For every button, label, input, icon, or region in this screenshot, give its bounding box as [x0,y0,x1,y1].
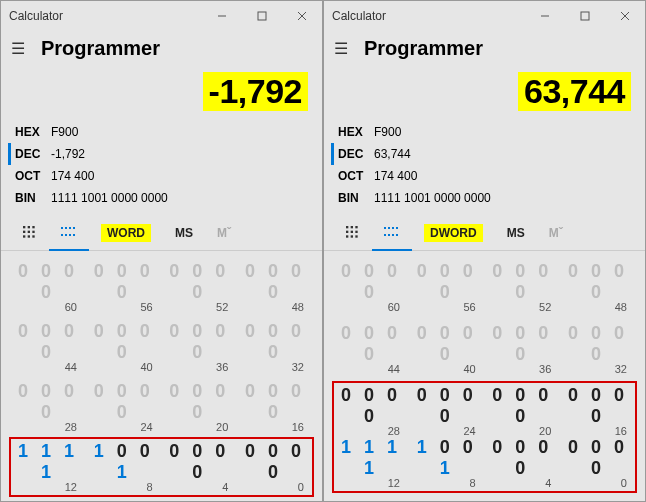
word-size-label: WORD [101,224,151,242]
minimize-button[interactable] [525,1,565,31]
bit-nibble[interactable]: 0 0 0 036 [487,323,557,375]
svg-rect-39 [388,234,390,236]
svg-rect-8 [28,230,30,232]
bit-nibble[interactable]: 0 0 0 032 [240,321,310,373]
memory-recall-button[interactable]: Mˇ [205,215,243,251]
bit-nibble[interactable]: 0 0 0 00 [240,441,310,493]
bit-nibble[interactable]: 0 0 0 056 [412,261,482,313]
bit-nibble[interactable]: 0 0 0 052 [164,261,234,313]
base-panel: HEX F900 DEC 63,744 OCT 174 400 BIN 1111… [324,117,645,215]
svg-rect-9 [32,230,34,232]
oct-value: 174 400 [51,169,94,183]
bit-grid: 0 0 0 0600 0 0 0560 0 0 0520 0 0 0480 0 … [1,251,322,502]
titlebar: Calculator [324,1,645,31]
bin-label: BIN [338,191,374,205]
bit-nibble[interactable]: 0 0 0 016 [240,381,310,433]
keypad-toggle-button[interactable] [334,215,372,251]
bit-nibble[interactable]: 0 0 0 032 [563,323,633,375]
svg-rect-19 [69,234,71,236]
svg-rect-29 [351,230,353,232]
oct-label: OCT [338,169,374,183]
bit-nibble[interactable]: 0 0 0 028 [336,385,406,437]
bit-nibble[interactable]: 1 0 0 18 [89,441,159,493]
maximize-button[interactable] [565,1,605,31]
svg-rect-36 [392,227,394,229]
svg-rect-37 [396,227,398,229]
bit-nibble[interactable]: 0 0 0 040 [89,321,159,373]
bit-nibble[interactable]: 0 0 0 060 [336,261,406,313]
base-row-oct[interactable]: OCT 174 400 [338,165,631,187]
result-value: 63,744 [518,72,631,111]
bit-nibble[interactable]: 0 0 0 024 [89,381,159,433]
bit-nibble[interactable]: 0 0 0 04 [487,437,557,489]
bit-nibble[interactable]: 0 0 0 020 [164,381,234,433]
bit-nibble[interactable]: 1 1 1 112 [13,441,83,493]
display: -1,792 [1,64,322,117]
base-panel: HEX F900 DEC -1,792 OCT 174 400 BIN 1111… [1,117,322,215]
base-row-dec[interactable]: DEC 63,744 [331,143,631,165]
oct-value: 174 400 [374,169,417,183]
mode-label: Programmer [364,37,483,60]
bit-nibble[interactable]: 0 0 0 044 [336,323,406,375]
result-value: -1,792 [203,72,308,111]
calculator-right: Calculator ☰ Programmer 63,744 HEX F900 … [323,0,646,502]
bit-nibble[interactable]: 0 0 0 060 [13,261,83,313]
memory-recall-button[interactable]: Mˇ [537,215,575,251]
svg-rect-34 [384,227,386,229]
bit-nibble[interactable]: 0 0 0 04 [164,441,234,493]
bit-nibble[interactable]: 0 0 0 028 [13,381,83,433]
bit-nibble[interactable]: 0 0 0 040 [412,323,482,375]
svg-rect-27 [355,226,357,228]
bit-nibble[interactable]: 1 1 1 112 [336,437,406,489]
svg-rect-11 [28,235,30,237]
base-row-bin[interactable]: BIN 1111 1001 0000 0000 [15,187,308,209]
toolbar: WORD MS Mˇ [1,215,322,251]
bit-nibble[interactable]: 0 0 0 036 [164,321,234,373]
svg-rect-25 [346,226,348,228]
bit-nibble[interactable]: 0 0 0 048 [240,261,310,313]
menu-icon[interactable]: ☰ [11,39,41,58]
keypad-toggle-button[interactable] [11,215,49,251]
svg-rect-41 [396,234,398,236]
hex-label: HEX [338,125,374,139]
svg-rect-28 [346,230,348,232]
header: ☰ Programmer [324,31,645,64]
bin-value: 1111 1001 0000 0000 [51,191,168,205]
menu-icon[interactable]: ☰ [334,39,364,58]
bit-nibble[interactable]: 0 0 0 00 [563,437,633,489]
svg-rect-4 [23,226,25,228]
svg-rect-35 [388,227,390,229]
bit-nibble[interactable]: 0 0 0 016 [563,385,633,437]
bit-nibble[interactable]: 0 0 0 044 [13,321,83,373]
toolbar: DWORD MS Mˇ [324,215,645,251]
maximize-button[interactable] [242,1,282,31]
base-row-oct[interactable]: OCT 174 400 [15,165,308,187]
bit-nibble[interactable]: 0 0 0 056 [89,261,159,313]
svg-rect-26 [351,226,353,228]
bit-toggle-button[interactable] [372,215,412,251]
bit-highlight: 0 0 0 0280 0 0 0240 0 0 0200 0 0 0161 1 … [332,381,637,493]
svg-rect-30 [355,230,357,232]
word-size-button[interactable]: DWORD [412,215,495,251]
word-size-button[interactable]: WORD [89,215,163,251]
bit-toggle-button[interactable] [49,215,89,251]
base-row-hex[interactable]: HEX F900 [15,121,308,143]
base-row-bin[interactable]: BIN 1111 1001 0000 0000 [338,187,631,209]
svg-rect-6 [32,226,34,228]
base-row-hex[interactable]: HEX F900 [338,121,631,143]
close-button[interactable] [605,1,645,31]
bit-nibble[interactable]: 0 0 0 024 [412,385,482,437]
svg-rect-31 [346,235,348,237]
bit-row: 0 0 0 0280 0 0 0240 0 0 0200 0 0 016 [13,381,310,433]
close-button[interactable] [282,1,322,31]
memory-store-button[interactable]: MS [163,215,205,251]
bit-nibble[interactable]: 0 0 0 052 [487,261,557,313]
bit-nibble[interactable]: 0 0 0 048 [563,261,633,313]
svg-rect-16 [73,227,75,229]
memory-store-button[interactable]: MS [495,215,537,251]
base-row-dec[interactable]: DEC -1,792 [8,143,308,165]
bit-nibble[interactable]: 1 0 0 18 [412,437,482,489]
bit-nibble[interactable]: 0 0 0 020 [487,385,557,437]
minimize-button[interactable] [202,1,242,31]
mode-label: Programmer [41,37,160,60]
